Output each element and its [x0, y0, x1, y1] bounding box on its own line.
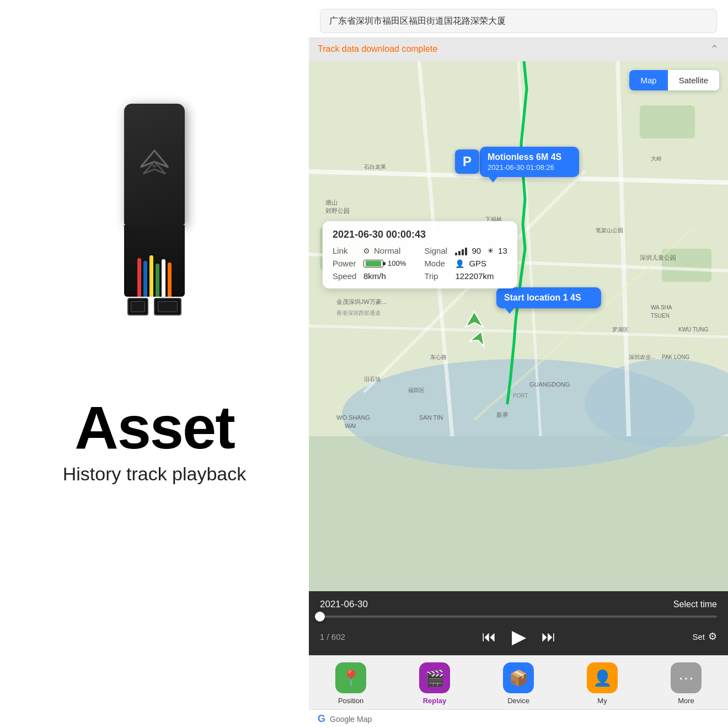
signal-label: Signal — [424, 246, 451, 255]
set-label: Set — [692, 632, 705, 641]
speed-value: 8km/h — [363, 271, 386, 281]
track-counter: 1 / 602 — [320, 632, 345, 641]
nav-item-more[interactable]: ⋯ More — [644, 662, 728, 705]
link-row: Link ⊙ Normal — [333, 246, 415, 255]
svg-text:金茂深圳JW万豪...: 金茂深圳JW万豪... — [336, 298, 387, 305]
mode-value: GPS — [469, 259, 486, 268]
svg-text:塘山: 塘山 — [325, 199, 338, 206]
left-panel: Asset History track playback — [0, 0, 309, 728]
power-row: Power 100% — [333, 259, 415, 268]
select-time-btn[interactable]: Select time — [673, 599, 717, 609]
progress-bar[interactable] — [320, 615, 717, 618]
svg-text:东心路: 东心路 — [430, 354, 447, 360]
svg-text:SAN TIN: SAN TIN — [419, 414, 443, 421]
svg-text:福田区: 福田区 — [408, 387, 425, 393]
google-maps-bar: G Google Map — [309, 709, 728, 728]
link-value: Normal — [374, 246, 400, 255]
nav-more-label: More — [678, 697, 694, 705]
parking-icon: P — [455, 149, 479, 174]
set-button[interactable]: Set ⚙ — [692, 630, 717, 643]
svg-text:大岭: 大岭 — [651, 156, 662, 162]
start-location-popup: Start location 1 4S — [496, 287, 601, 308]
position-icon: 📍 — [335, 662, 366, 693]
fast-forward-button[interactable]: ⏭ — [542, 628, 556, 645]
link-label: Link — [333, 246, 359, 255]
mode-label: Mode — [424, 259, 451, 268]
signal-value: 90 — [472, 246, 481, 255]
replay-icon: 🎬 — [419, 662, 450, 693]
svg-marker-42 — [469, 329, 489, 346]
svg-marker-41 — [465, 312, 483, 327]
history-subtitle: History track playback — [63, 463, 247, 485]
progress-dot[interactable] — [315, 612, 325, 622]
right-panel: Track data download complete ⌃ — [309, 0, 728, 728]
battery-icon — [363, 260, 383, 267]
nav-item-my[interactable]: 👤 My — [560, 662, 644, 705]
address-bar-container — [309, 0, 728, 38]
svg-rect-8 — [662, 249, 711, 282]
svg-marker-0 — [141, 151, 168, 167]
trip-value: 122207km — [455, 271, 494, 281]
track-download-text: Track data download complete — [318, 44, 437, 54]
svg-text:PORT: PORT — [513, 393, 528, 399]
speed-row: Speed 8km/h — [333, 271, 415, 281]
playback-controls: 1 / 602 ⏮ ▶ ⏭ Set ⚙ — [320, 625, 717, 647]
rewind-button[interactable]: ⏮ — [482, 628, 496, 645]
svg-text:深圳儿童公园: 深圳儿童公园 — [640, 254, 676, 261]
info-datetime: 2021-06-30 00:00:43 — [333, 229, 507, 240]
track-download-bar: Track data download complete ⌃ — [309, 38, 728, 61]
signal-bars-icon — [455, 247, 467, 255]
svg-text:香港深圳西部通道: 香港深圳西部通道 — [336, 310, 381, 316]
playback-top: 2021-06-30 Select time — [320, 599, 717, 610]
mode-row: Mode 👤 GPS — [424, 259, 507, 268]
svg-text:TSUEN: TSUEN — [651, 313, 670, 319]
svg-text:KWU TUNG: KWU TUNG — [678, 326, 708, 333]
signal-satellite: 13 — [498, 246, 507, 255]
nav-arrow-direction — [469, 329, 489, 351]
map-button[interactable]: Map — [629, 70, 667, 90]
svg-rect-7 — [640, 105, 695, 138]
map-svg: 塘山 郊野公园 大岭 石白龙果 下福林 笔架山公园 深圳儿童公园 金茂深圳JW万… — [309, 61, 728, 591]
svg-text:深圳农业...: 深圳农业... — [629, 354, 655, 360]
nav-replay-label: Replay — [423, 697, 447, 705]
asset-title: Asset — [74, 397, 234, 458]
nav-position-label: Position — [338, 697, 363, 705]
svg-text:WA SHA: WA SHA — [651, 304, 672, 311]
address-input[interactable] — [320, 9, 717, 33]
power-label: Power — [333, 259, 359, 268]
play-button[interactable]: ▶ — [512, 625, 526, 647]
more-icon: ⋯ — [671, 662, 702, 693]
playback-bar: 2021-06-30 Select time 1 / 602 ⏮ ▶ ⏭ Set… — [309, 591, 728, 655]
nav-device-label: Device — [507, 697, 529, 705]
playback-date: 2021-06-30 — [320, 599, 368, 610]
gear-icon: ⚙ — [708, 630, 717, 643]
svg-text:旧石场: 旧石场 — [364, 376, 381, 382]
nav-item-replay[interactable]: 🎬 Replay — [393, 662, 477, 705]
google-g-icon: G — [318, 713, 325, 725]
collapse-icon[interactable]: ⌃ — [710, 42, 719, 56]
controls-center: ⏮ ▶ ⏭ — [482, 625, 556, 647]
trip-row: Trip 122207km — [424, 271, 507, 281]
nav-item-position[interactable]: 📍 Position — [309, 662, 393, 705]
svg-text:新界: 新界 — [496, 411, 508, 418]
info-grid: Link ⊙ Normal Signal 90 ✳ 13 — [333, 246, 507, 281]
svg-text:石白龙果: 石白龙果 — [364, 164, 386, 170]
satellite-button[interactable]: Satellite — [668, 70, 719, 90]
device-icon: 📦 — [503, 662, 534, 693]
google-maps-text: Google Map — [330, 715, 372, 724]
motionless-title: Motionless 6M 4S — [488, 152, 571, 162]
svg-text:郊野公园: 郊野公园 — [325, 207, 350, 214]
info-card: 2021-06-30 00:00:43 Link ⊙ Normal Signal — [323, 221, 517, 288]
map-area[interactable]: 塘山 郊野公园 大岭 石白龙果 下福林 笔架山公园 深圳儿童公园 金茂深圳JW万… — [309, 61, 728, 591]
svg-marker-2 — [152, 165, 157, 168]
svg-text:笔架山公园: 笔架山公园 — [596, 227, 623, 233]
start-location-title: Start location 1 4S — [504, 293, 593, 303]
nav-item-device[interactable]: 📦 Device — [477, 662, 560, 705]
map-toggle-buttons: Map Satellite — [629, 70, 719, 90]
svg-text:GUANGDONG: GUANGDONG — [529, 381, 570, 388]
bottom-nav: 📍 Position 🎬 Replay 📦 Device 👤 My ⋯ — [309, 655, 728, 709]
my-icon: 👤 — [587, 662, 618, 693]
motionless-time: 2021-06-30 01:08:26 — [488, 163, 571, 172]
nav-my-label: My — [597, 697, 607, 705]
svg-text:PAK LONG: PAK LONG — [662, 354, 690, 360]
